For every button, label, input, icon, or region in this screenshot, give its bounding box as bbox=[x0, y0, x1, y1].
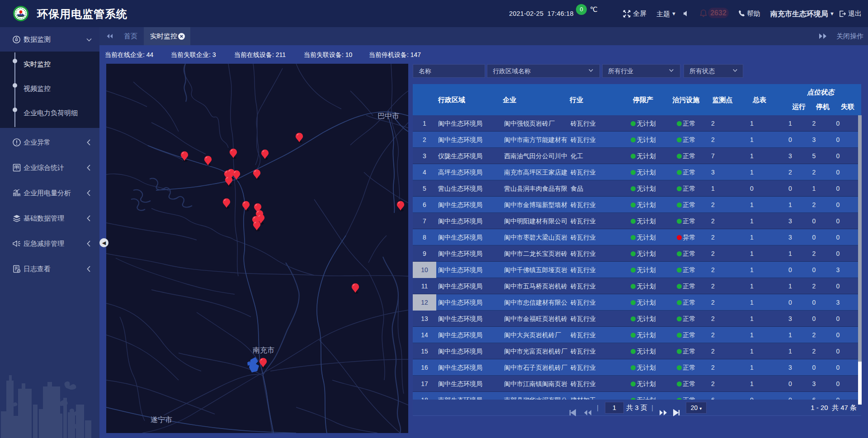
svg-text:南充市: 南充市 bbox=[253, 346, 274, 354]
svg-text:巴中市: 巴中市 bbox=[377, 112, 399, 120]
svg-text:遂宁市: 遂宁市 bbox=[151, 416, 172, 424]
